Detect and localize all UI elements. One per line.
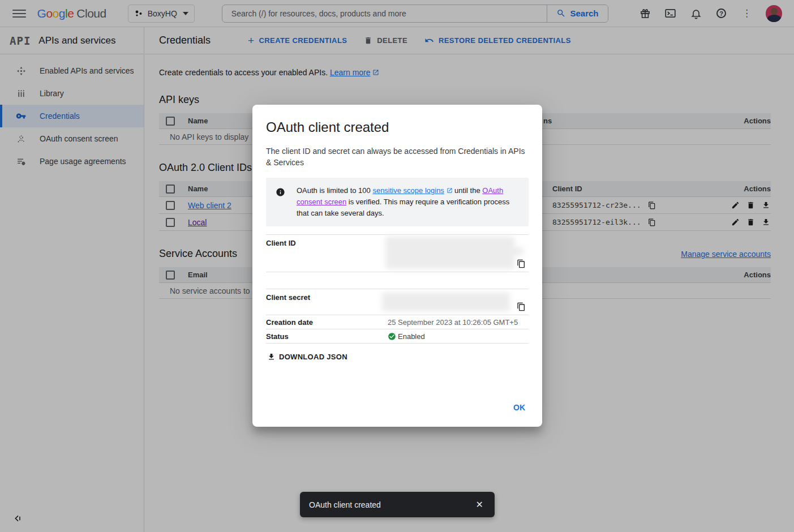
creation-date-value: 25 September 2023 at 10:26:05 GMT+5	[388, 318, 529, 327]
client-id-label: Client ID	[266, 235, 388, 272]
info-icon	[276, 187, 285, 197]
download-icon	[267, 353, 276, 361]
client-id-value-redacted	[388, 235, 529, 272]
dialog-title: OAuth client created	[266, 119, 529, 135]
google-cloud-console: Google Cloud BoxyHQ Search	[0, 0, 794, 532]
client-secret-value-redacted	[388, 289, 529, 315]
ok-button[interactable]: OK	[512, 401, 526, 414]
dialog-fields: Client ID Client secret	[266, 234, 529, 344]
snackbar-message: OAuth client created	[309, 500, 474, 509]
oauth-client-created-dialog: OAuth client created The client ID and s…	[252, 105, 542, 427]
creation-date-label: Creation date	[266, 318, 388, 327]
download-json-button[interactable]: DOWNLOAD JSON	[266, 350, 349, 363]
dialog-description: The client ID and secret can always be a…	[266, 145, 529, 168]
status-value: Enabled	[388, 332, 529, 341]
sensitive-scope-logins-link[interactable]: sensitive scope logins	[372, 186, 444, 195]
info-banner: OAuth is limited to 100 sensitive scope …	[266, 178, 529, 226]
close-icon[interactable]: ✕	[474, 497, 486, 512]
external-link-icon	[447, 187, 453, 194]
snackbar: OAuth client created ✕	[300, 492, 495, 517]
client-id-row: Client ID	[266, 234, 529, 272]
status-row: Status Enabled	[266, 329, 529, 344]
status-label: Status	[266, 332, 388, 341]
copy-icon[interactable]	[517, 259, 526, 268]
creation-date-row: Creation date 25 September 2023 at 10:26…	[266, 315, 529, 329]
info-text: OAuth is limited to 100 sensitive scope …	[297, 185, 520, 219]
client-secret-row: Client secret	[266, 289, 529, 315]
copy-icon[interactable]	[517, 302, 526, 311]
check-circle-icon	[388, 332, 396, 341]
client-secret-label: Client secret	[266, 289, 388, 315]
